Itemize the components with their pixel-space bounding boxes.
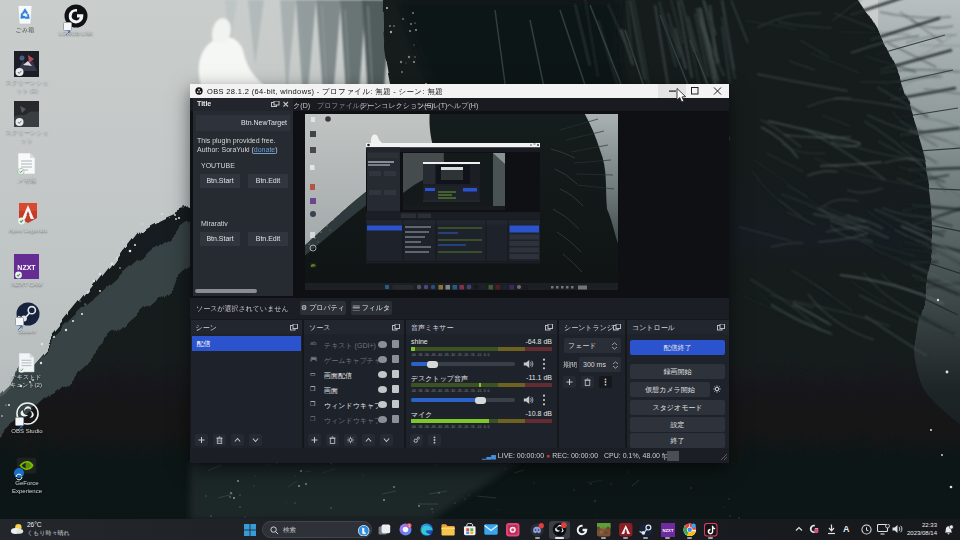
svg-text:NZXT: NZXT <box>17 264 36 271</box>
svg-text:1: 1 <box>408 524 410 528</box>
svg-text:NZXT: NZXT <box>663 528 674 533</box>
